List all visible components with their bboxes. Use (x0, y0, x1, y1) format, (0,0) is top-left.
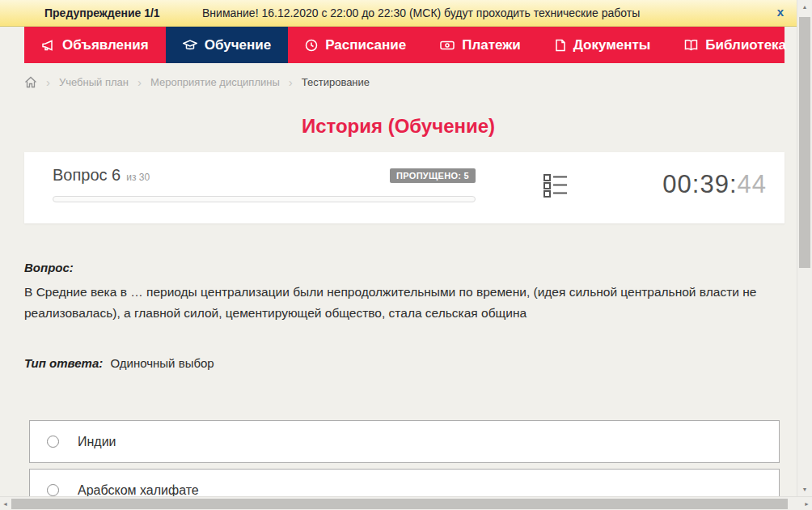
question-header: Вопрос 6 из 30 ПРОПУЩЕНО: 5 (53, 166, 476, 185)
scroll-left-icon[interactable]: ◄ (0, 497, 11, 510)
page-title: История (Обучение) (0, 115, 797, 138)
scroll-up-icon[interactable]: ▲ (797, 0, 812, 14)
radio-button[interactable] (47, 436, 59, 448)
answer-option[interactable]: Индии (29, 420, 780, 463)
nav-label: Библиотека (705, 37, 786, 53)
nav-label: Обучение (205, 37, 271, 53)
nav-label: Документы (573, 37, 651, 53)
progress-bar (53, 196, 476, 202)
breadcrumb-discipline-event[interactable]: Мероприятие дисциплины (150, 76, 280, 88)
breadcrumb-testing: Тестирование (302, 76, 370, 88)
breadcrumb: › Учебный план › Мероприятие дисциплины … (24, 76, 797, 88)
book-icon (684, 39, 698, 51)
main-nav: Объявления Обучение Расписание (24, 27, 785, 63)
option-label: Индии (78, 435, 116, 449)
banknote-icon (440, 40, 455, 51)
nav-label: Расписание (325, 37, 406, 53)
warning-counter: Предупреждение 1/1 (44, 6, 160, 19)
timer: 00:39:44 (662, 170, 767, 199)
graduation-cap-icon (183, 39, 197, 52)
chevron-right-icon: › (46, 76, 50, 88)
warning-message: Внимание! 16.12.2020 с 22:00 до 22:30 (М… (202, 6, 640, 19)
breadcrumb-curriculum[interactable]: Учебный план (59, 76, 129, 88)
option-label: Арабском халифате (78, 483, 199, 498)
answer-type-row: Тип ответа: Одиночный выбор (24, 356, 778, 370)
close-icon[interactable]: x (774, 5, 787, 19)
scroll-down-icon[interactable]: ▼ (797, 482, 812, 496)
megaphone-icon (41, 39, 55, 52)
horizontal-scrollbar-thumb[interactable] (11, 499, 788, 509)
nav-item-documents[interactable]: Документы (538, 27, 668, 63)
answer-type-label: Тип ответа: (24, 356, 103, 370)
vertical-scrollbar[interactable]: ▲ ▼ (797, 0, 812, 496)
nav-item-education[interactable]: Обучение (166, 27, 288, 63)
horizontal-scrollbar[interactable]: ◄ ► (0, 496, 812, 510)
document-icon (555, 39, 566, 52)
nav-label: Платежи (462, 37, 521, 53)
question-total: из 30 (126, 172, 150, 183)
home-icon[interactable] (24, 76, 37, 88)
page: Предупреждение 1/1 Внимание! 16.12.2020 … (0, 0, 797, 510)
nav-item-announcements[interactable]: Объявления (24, 27, 166, 63)
question-list-icon[interactable] (542, 172, 569, 202)
chevron-right-icon: › (289, 76, 293, 88)
warning-bar: Предупреждение 1/1 Внимание! 16.12.2020 … (0, 0, 797, 27)
answer-type-value: Одиночный выбор (110, 356, 214, 370)
nav-item-schedule[interactable]: Расписание (288, 27, 423, 63)
skipped-badge: ПРОПУЩЕНО: 5 (390, 168, 476, 183)
nav-item-payments[interactable]: Платежи (423, 27, 538, 63)
radio-button[interactable] (47, 484, 59, 496)
nav-item-library[interactable]: Библиотека (667, 27, 812, 63)
timer-hours-minutes: 00:39: (662, 170, 737, 198)
scroll-right-icon[interactable]: ► (801, 497, 812, 510)
clock-icon (305, 39, 318, 52)
nav-label: Объявления (62, 37, 149, 53)
timer-seconds: 44 (738, 170, 767, 198)
question-number: Вопрос 6 (53, 166, 121, 185)
vertical-scrollbar-thumb[interactable] (799, 17, 810, 268)
question-text: В Средние века в … периоды централизации… (24, 282, 778, 324)
question-status-card: Вопрос 6 из 30 ПРОПУЩЕНО: 5 00:39:44 (24, 152, 785, 223)
question-label: Вопрос: (24, 261, 778, 274)
chevron-right-icon: › (137, 76, 142, 88)
question-section: Вопрос: В Средние века в … периоды центр… (24, 261, 778, 370)
